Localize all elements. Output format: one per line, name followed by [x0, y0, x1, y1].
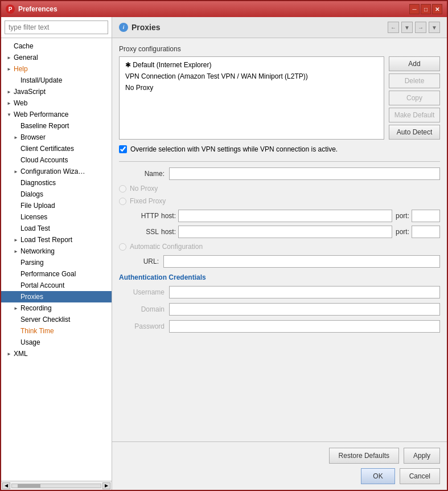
- auto-config-radio[interactable]: [119, 243, 126, 251]
- apply-button[interactable]: Apply: [404, 448, 440, 464]
- sidebar-item-label: Web: [14, 99, 27, 107]
- panel-content: Proxy configurations ✱ Default (Internet…: [112, 38, 447, 441]
- sidebar-item-licenses[interactable]: Licenses: [1, 211, 112, 223]
- proxy-list-item-no-proxy[interactable]: No Proxy: [122, 82, 381, 93]
- proxy-item-label: No Proxy: [125, 84, 153, 92]
- proxy-list-area: ✱ Default (Internet Explorer) VPN Connec…: [119, 56, 440, 140]
- right-panel: i Proxies ← ▼ → ▼ Proxy configurations ✱…: [112, 17, 447, 490]
- sidebar-item-label: Browser: [20, 133, 46, 141]
- sidebar-item-recording[interactable]: ► Recording: [1, 302, 112, 314]
- sidebar-item-cache[interactable]: Cache: [1, 40, 112, 52]
- expand-icon: ►: [13, 134, 19, 141]
- panel-title-text: Proxies: [131, 23, 161, 32]
- filter-input[interactable]: [5, 21, 108, 34]
- expand-icon: [13, 259, 19, 266]
- url-area: URL:: [136, 255, 440, 268]
- sidebar-item-portal-account[interactable]: Portal Account: [1, 280, 112, 291]
- http-port-input[interactable]: [412, 210, 440, 222]
- restore-defaults-button[interactable]: Restore Defaults: [329, 448, 399, 464]
- nav-forward-dropdown-button[interactable]: ▼: [429, 22, 440, 33]
- fixed-proxy-label[interactable]: Fixed Proxy: [130, 197, 166, 205]
- proxy-list-item-vpn[interactable]: VPN Connection (Amazon Test VPN / WAN Mi…: [122, 71, 381, 82]
- sidebar-item-javascript[interactable]: ► JavaScript: [1, 86, 112, 97]
- ssl-host-input[interactable]: [178, 226, 392, 238]
- sidebar-item-proxies[interactable]: Proxies: [1, 291, 112, 302]
- auto-detect-button[interactable]: Auto Detect: [389, 125, 440, 140]
- sidebar-item-general[interactable]: ► General: [1, 52, 112, 63]
- override-vpn-checkbox[interactable]: [119, 145, 127, 153]
- maximize-button[interactable]: □: [421, 4, 431, 14]
- minimize-button[interactable]: ─: [409, 4, 420, 14]
- sidebar-item-configuration-wiz[interactable]: ► Configuration Wiza…: [1, 166, 112, 177]
- sidebar-item-xml[interactable]: ► XML: [1, 348, 112, 359]
- add-proxy-button[interactable]: Add: [389, 56, 440, 71]
- copy-proxy-button[interactable]: Copy: [389, 91, 440, 105]
- sidebar-item-help[interactable]: ► Help: [1, 63, 112, 75]
- sidebar-item-usage[interactable]: Usage: [1, 337, 112, 348]
- sidebar-item-file-upload[interactable]: File Upload: [1, 200, 112, 211]
- sidebar-item-install-update[interactable]: Install/Update: [1, 75, 112, 86]
- nav-dropdown-button[interactable]: ▼: [401, 22, 413, 33]
- sidebar-item-client-certificates[interactable]: Client Certificates: [1, 143, 112, 154]
- auth-section-title: Authentication Credentials: [119, 273, 440, 281]
- password-input[interactable]: [169, 320, 440, 333]
- proxy-list-item-default[interactable]: ✱ Default (Internet Explorer): [122, 59, 381, 71]
- http-host-input[interactable]: [178, 210, 392, 222]
- sidebar-item-think-time[interactable]: Think Time: [1, 325, 112, 337]
- expand-icon: [13, 339, 19, 346]
- expand-icon: [13, 202, 19, 209]
- sidebar-item-web[interactable]: ► Web: [1, 97, 112, 109]
- title-bar: P Preferences ─ □ ✕: [1, 1, 447, 17]
- sidebar-item-performance-goal[interactable]: Performance Goal: [1, 268, 112, 280]
- sidebar-item-label: Baseline Report: [20, 122, 69, 130]
- auto-config-label[interactable]: Automatic Configuration: [130, 243, 203, 251]
- proxy-list[interactable]: ✱ Default (Internet Explorer) VPN Connec…: [119, 56, 384, 140]
- ssl-port-input[interactable]: [412, 226, 440, 238]
- sidebar-item-label: Recording: [20, 304, 52, 312]
- sidebar-horizontal-scrollbar[interactable]: ◀ ▶: [1, 481, 112, 490]
- name-input[interactable]: [169, 167, 440, 180]
- fixed-proxy-radio-row: Fixed Proxy: [119, 197, 440, 205]
- domain-input[interactable]: [169, 303, 440, 316]
- sidebar-item-dialogs[interactable]: Dialogs: [1, 189, 112, 200]
- window-controls: ─ □ ✕: [409, 4, 442, 14]
- sidebar-item-networking[interactable]: ► Networking: [1, 246, 112, 257]
- sidebar-item-cloud-accounts[interactable]: Cloud Accounts: [1, 154, 112, 166]
- scroll-left-button[interactable]: ◀: [2, 482, 10, 489]
- expand-icon: [13, 282, 19, 289]
- sidebar-item-load-test-report[interactable]: ► Load Test Report: [1, 234, 112, 246]
- url-input[interactable]: [163, 255, 440, 268]
- nav-back-button[interactable]: ←: [388, 22, 399, 33]
- domain-row: Domain: [119, 303, 440, 316]
- cancel-button[interactable]: Cancel: [400, 468, 440, 484]
- no-proxy-label[interactable]: No Proxy: [130, 185, 158, 193]
- sidebar-item-baseline-report[interactable]: Baseline Report: [1, 120, 112, 132]
- scroll-right-button[interactable]: ▶: [102, 482, 110, 489]
- sidebar-item-web-performance[interactable]: ▼ Web Performance: [1, 109, 112, 120]
- nav-forward-button[interactable]: →: [415, 22, 426, 33]
- preferences-window: P Preferences ─ □ ✕ Cache ► General: [0, 0, 448, 491]
- name-row: Name:: [119, 167, 440, 180]
- fixed-proxy-radio[interactable]: [119, 198, 126, 205]
- sidebar-item-parsing[interactable]: Parsing: [1, 257, 112, 268]
- no-proxy-radio[interactable]: [119, 185, 126, 193]
- sidebar-item-diagnostics[interactable]: Diagnostics: [1, 177, 112, 189]
- sidebar-item-browser[interactable]: ► Browser: [1, 132, 112, 143]
- sidebar-item-server-checklist[interactable]: Server Checklist: [1, 314, 112, 325]
- expand-icon: [13, 225, 19, 232]
- username-input[interactable]: [169, 286, 440, 298]
- scroll-thumb[interactable]: [18, 484, 40, 488]
- restore-apply-buttons: Restore Defaults Apply: [329, 448, 440, 464]
- sidebar-item-load-test[interactable]: Load Test: [1, 223, 112, 234]
- close-button[interactable]: ✕: [432, 4, 442, 14]
- sidebar-item-label: Help: [14, 65, 28, 73]
- make-default-button[interactable]: Make Default: [389, 108, 440, 122]
- panel-title-icon: i: [119, 23, 128, 32]
- scroll-track[interactable]: [11, 484, 101, 488]
- ok-button[interactable]: OK: [361, 468, 394, 484]
- override-vpn-label[interactable]: Override selection with VPN settings whi…: [130, 145, 338, 153]
- delete-proxy-button[interactable]: Delete: [389, 73, 440, 88]
- override-checkbox-row: Override selection with VPN settings whi…: [119, 145, 440, 153]
- sidebar-item-label: Dialogs: [20, 190, 43, 198]
- no-proxy-radio-row: No Proxy: [119, 185, 440, 193]
